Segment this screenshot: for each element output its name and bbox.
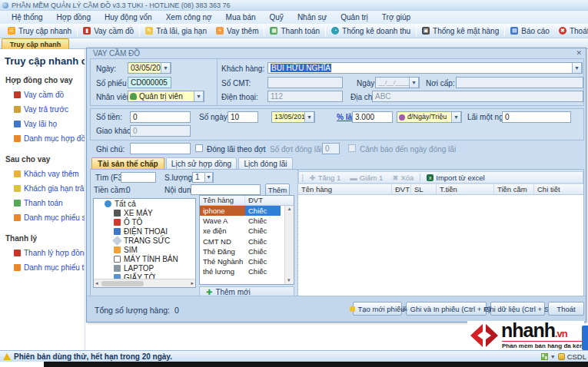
thoat-button[interactable]: Thoát [548,302,584,316]
toolbar-thong-ke-doanh-thu[interactable]: ◔Thống kê doanh thu [327,25,415,38]
menu-nhan-su[interactable]: Nhân sự [291,11,334,24]
giao-khach-field[interactable]: 0 [130,125,191,137]
col-dvt[interactable]: ĐVT [245,196,281,205]
product-row[interactable]: Thẻ ĐăngChiếc [200,246,294,256]
import-excel-button[interactable]: xImport từ excel [422,174,489,182]
ghi-du-lieu-button[interactable]: Ghi dữ liệu (Ctrl + S) [490,302,545,316]
grid-col-chi-tiet[interactable]: Chi tiết [534,184,583,194]
tab-lich-su-hop-dong[interactable]: Lịch sử hợp đồng [166,157,237,170]
chevron-down-icon[interactable]: ▼ [409,77,419,88]
so-tien-field[interactable]: 0 [130,111,191,123]
grid-col-ten-hang[interactable]: Tên hàng [298,184,392,194]
scrollbar-thumb[interactable] [101,281,144,286]
chevron-down-icon[interactable]: ▼ [550,354,556,359]
tao-moi-phieu-button[interactable]: Tạo mới phiếu [353,302,402,316]
so-cmt-field[interactable] [267,77,343,88]
scroll-down-icon[interactable]: ▾ [287,277,291,283]
tree-item-xe-may[interactable]: XE MÁY [94,208,195,217]
toolbar-thoat[interactable]: ✖Thoát [554,25,588,38]
toolbar-tra-lai-gia-han[interactable]: ✎Trả lãi, gia hạn [141,25,211,38]
ngay-date-combo[interactable]: 03/05/2018▼ [128,62,171,74]
sidebar-item-khach-vay-them[interactable]: Khách vay thêm [14,170,85,178]
menu-he-thong[interactable]: Hệ thống [5,11,50,24]
connection-icon[interactable] [541,353,548,360]
toolbar-thanh-toan[interactable]: ▦Thanh toán [265,25,324,38]
grid-col-t-tien[interactable]: T.tiền [437,184,494,194]
sidebar-item-thanh-toan[interactable]: Thanh toán [14,199,85,207]
menu-quan-tri[interactable]: Quản trị [334,11,375,24]
toolbar-bao-cao[interactable]: ▤Báo cáo [506,25,554,38]
don-vi-lai-combo[interactable]: đ/Ngày/Triệu ▼ [397,111,462,123]
nhan-vien-combo[interactable]: Quản trị viên ▼ [128,91,204,102]
so-phieu-field[interactable]: CD000005 [128,77,171,88]
tree-item-laptop[interactable]: LAPTOP [94,263,195,273]
chevron-down-icon[interactable]: ▼ [451,111,461,123]
product-list-vertical-scrollbar[interactable]: ▴▾ [284,206,294,284]
toolbar-vay-them[interactable]: +Vay thêm [211,25,264,38]
tree-horizontal-scrollbar[interactable]: ◂▸ [94,279,195,287]
lai-mot-ngay-field[interactable]: 0 [502,111,571,123]
tab-tai-san-the-chap[interactable]: Tài sản thế chấp [91,157,164,170]
sluong-combo[interactable]: 1▼ [192,172,214,183]
menu-quy[interactable]: Quỹ [263,11,291,24]
ghi-va-in-button[interactable]: 🖶Ghi và In phiếu (Ctrl + P) [406,302,487,316]
them-button[interactable]: Thêm [265,184,290,196]
tim-input[interactable] [121,172,156,183]
so-ngay-field[interactable]: 10 [228,111,258,123]
chevron-down-icon[interactable]: ▼ [204,172,213,183]
menu-tro-giup[interactable]: Trợ giúp [375,11,417,24]
ngay-cap-date-combo[interactable]: __/__/____▼ [375,77,420,88]
ghi-chu-field[interactable] [130,143,191,154]
tree-item-may-tinh-ban[interactable]: MÁY TÍNH BẢN [94,254,195,263]
menu-xem-cong-no[interactable]: Xem công nợ [159,11,219,24]
tab-lich-dong-lai[interactable]: Lịch đóng lãi [238,157,293,170]
grid-col-dvt[interactable]: ĐVT [392,184,411,194]
toolbar-thong-ke-mat-hang[interactable]: ▣Thống kê mặt hàng [417,25,503,38]
chevron-down-icon[interactable]: ▼ [304,111,314,123]
menu-huy-dong-von[interactable]: Huy động vốn [98,11,159,24]
chevron-down-icon[interactable]: ▼ [572,62,582,74]
product-row[interactable]: Thẻ NghànhChiếc [200,256,294,266]
giam-1-button[interactable]: ▬Giảm 1 [345,174,387,182]
lai-suat-field[interactable]: 3.000 [352,111,393,123]
sidebar-item-thanh-ly-hop-dong[interactable]: Thanh lý hợp đồng h [14,249,85,257]
sidebar-item-danh-muc-phieu-sau[interactable]: Danh mục phiếu sau [14,213,85,222]
chevron-down-icon[interactable]: ▼ [161,62,171,74]
tree-item-dien-thoai[interactable]: ĐIỆN THOẠI [94,226,195,236]
product-row-selected[interactable]: iphoneChiếc [200,206,294,216]
scroll-left-icon[interactable]: ◂ [95,280,98,286]
tang-1-button[interactable]: ✚Tăng 1 [305,174,346,182]
menu-mua-ban[interactable]: Mua bán [219,11,263,24]
noi-dung-input[interactable] [191,184,261,195]
close-icon[interactable]: ✕ [576,49,582,57]
sidebar-item-khach-gia-han[interactable]: Khách gia hạn trả lãi [14,184,85,193]
grid-col-tien-cam[interactable]: Tiền cầm [494,184,534,194]
tree-item-sim[interactable]: SIM [94,245,195,254]
menu-hop-dong[interactable]: Hợp đồng [50,11,98,24]
dong-lai-checkbox[interactable] [195,144,203,152]
khach-hang-combo[interactable]: BÙI HỮU NGHĨA▼ [267,62,583,74]
product-row[interactable]: Wave AChiếc [200,216,294,226]
dia-chi-field[interactable]: ABC [372,91,583,102]
col-ten-hang[interactable]: Tên hàng [200,196,245,205]
dien-thoai-field[interactable]: 112 [267,91,343,102]
noi-cap-field[interactable] [456,77,583,88]
toolbar-vay-cam-do[interactable]: ▮Vay cầm đồ [78,25,138,38]
sidebar-item-vay-tra-truoc[interactable]: Vay trả trước [14,105,85,114]
tab-truy-cap-nhanh[interactable]: Truy cập nhanh [2,38,69,49]
grid-col-sl[interactable]: SL [411,184,437,194]
xoa-button[interactable]: ✖Xóa [387,174,418,182]
so-dot-field[interactable]: 0 [322,143,340,154]
tree-item-tat-ca[interactable]: Tất cả [94,199,195,208]
sidebar-item-danh-muc-phieu-thanh-ly[interactable]: Danh mục phiếu tha [14,263,85,272]
product-row[interactable]: CMT NDChiếc [200,236,294,246]
tree-item-trang-suc[interactable]: TRANG SỨC [94,236,195,245]
product-row[interactable]: thẻ lươngChiếc [200,266,294,276]
den-ngay-date-combo[interactable]: 13/05/2018▼ [271,111,315,123]
product-row[interactable]: xe điệnChiếc [200,226,294,236]
scroll-right-icon[interactable]: ▸ [191,280,194,286]
canh-bao-checkbox[interactable] [348,144,356,152]
toolbar-quick-access[interactable]: ☰Truy cập nhanh [3,25,76,38]
grid-body-empty[interactable] [298,195,583,296]
sidebar-item-vay-lai-ho[interactable]: Vay lãi họ [14,120,85,128]
